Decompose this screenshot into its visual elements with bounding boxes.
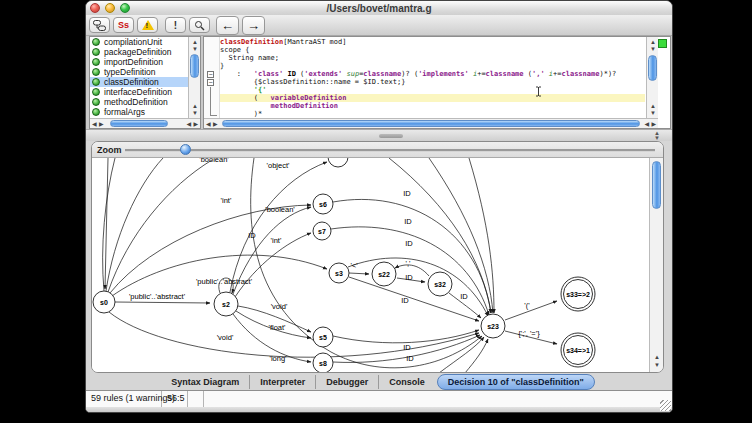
editor-horizontal-scrollbar[interactable]: ◀ ▶ ◀ ▶ — [204, 118, 658, 128]
find-button[interactable] — [189, 17, 210, 33]
syntax-diagram-button[interactable] — [89, 17, 110, 33]
scroll-thumb[interactable] — [222, 120, 640, 127]
fold-guide-line — [210, 87, 217, 116]
scroll-down-icon[interactable]: ▼ — [192, 46, 198, 52]
rule-icon — [92, 88, 100, 96]
tab-decision-10-of-classdefinition-[interactable]: Decision 10 of "classDefinition" — [437, 374, 595, 390]
scroll-down-icon[interactable]: ▼ — [650, 46, 656, 52]
tab-debugger[interactable]: Debugger — [315, 375, 378, 389]
editor-pane[interactable]: − − classDefinition[MantraAST mod]scope … — [203, 36, 671, 129]
warnings-button[interactable]: ! — [137, 17, 158, 33]
rule-icon — [92, 48, 100, 56]
rules-list-item[interactable]: typeDefinition — [90, 67, 188, 77]
decision-graph-panel: Zoom 'public'..'abstract''public'..'abst… — [91, 141, 664, 373]
zoom-slider-thumb[interactable] — [180, 144, 191, 155]
fold-minus-icon[interactable]: − — [207, 79, 214, 86]
warning-icon: ! — [142, 20, 154, 30]
search-icon — [194, 20, 205, 31]
rules-list[interactable]: compilationUnitpackageDefinitionimportDe… — [90, 37, 188, 118]
scroll-down-icon[interactable]: ▼ — [654, 362, 660, 368]
scroll-left-icon[interactable]: ◀ — [92, 121, 97, 127]
app-window: /Users/bovet/mantra.g Ss ! ! ← — [85, 0, 673, 413]
resize-grip-icon[interactable] — [660, 400, 671, 411]
graph-edge — [505, 301, 557, 320]
graph-edge — [108, 160, 212, 292]
scroll-up-icon[interactable]: ▲ — [650, 39, 656, 45]
rules-list-item[interactable]: interfaceDefinition — [90, 87, 188, 97]
scroll-right-icon[interactable]: ▶ — [651, 121, 656, 127]
graph-edge — [465, 339, 488, 372]
debug-button[interactable]: ! — [165, 17, 186, 33]
rule-label: importDefinition — [104, 57, 163, 67]
rule-label: typeDefinition — [104, 67, 156, 77]
scroll-up-icon[interactable]: ▲ — [192, 39, 198, 45]
back-button[interactable]: ← — [216, 16, 239, 35]
scroll-right-icon[interactable]: ▶ — [193, 121, 198, 127]
tab-syntax-diagram[interactable]: Syntax Diagram — [161, 375, 249, 389]
graph-edge-label: 'long' — [269, 354, 287, 363]
rules-horizontal-scrollbar[interactable]: ◀ ▶ ◀ ▶ — [90, 118, 200, 128]
graph-state-label: s2 — [222, 301, 230, 308]
graph-edge — [348, 258, 488, 316]
scroll-thumb[interactable] — [652, 161, 661, 209]
debug-icon: ! — [174, 20, 177, 31]
scroll-thumb[interactable] — [190, 54, 199, 78]
scroll-left-icon[interactable]: ◀ — [644, 121, 649, 127]
toolbar: Ss ! ! ← → — [86, 15, 672, 36]
title-bar[interactable]: /Users/bovet/mantra.g — [86, 1, 672, 15]
scroll-thumb[interactable] — [648, 55, 657, 81]
check-grammar-button[interactable]: Ss — [113, 17, 134, 33]
graph-edge-label: 'int' — [271, 236, 282, 245]
rules-list-item[interactable]: classDefinition — [90, 77, 188, 87]
graph-vertical-scrollbar[interactable]: ▲ ▼ — [649, 158, 663, 372]
rule-label: methodDefinition — [104, 97, 168, 107]
splitter-collapse-icons[interactable]: ▲▼ — [654, 131, 660, 141]
tab-interpreter[interactable]: Interpreter — [249, 375, 315, 389]
status-cell — [188, 391, 204, 407]
scroll-up-icon[interactable]: ▲ — [654, 354, 660, 360]
rule-icon — [92, 38, 100, 46]
grammar-ok-indicator — [658, 39, 667, 48]
rules-pane: compilationUnitpackageDefinitionimportDe… — [89, 36, 201, 129]
rules-list-item[interactable]: packageDefinition — [90, 47, 188, 57]
rules-list-item[interactable]: importDefinition — [90, 57, 188, 67]
rule-icon — [92, 108, 100, 116]
graph-edge-label: 'boolean' — [265, 205, 295, 214]
editor-vertical-scrollbar[interactable]: ▲ ▼ ▲ ▼ — [646, 37, 658, 118]
rules-list-item[interactable]: formalArgs — [90, 107, 188, 117]
scroll-down-icon[interactable]: ▼ — [192, 110, 198, 116]
scroll-down-icon[interactable]: ▼ — [650, 110, 656, 116]
scroll-thumb[interactable] — [110, 120, 168, 127]
scroll-right-icon[interactable]: ▶ — [213, 121, 218, 127]
zoom-label: Zoom — [97, 145, 122, 155]
scroll-right-icon[interactable]: ▶ — [99, 121, 104, 127]
rules-list-item[interactable]: methodDefinition — [90, 97, 188, 107]
splitter-handle-icon[interactable] — [379, 134, 403, 138]
syntax-diagram-icon — [93, 20, 106, 31]
fold-minus-icon[interactable]: − — [207, 71, 214, 78]
zoom-slider[interactable] — [125, 149, 655, 152]
scroll-left-icon[interactable]: ◀ — [186, 121, 191, 127]
graph-edge-label: ID — [404, 217, 412, 226]
code-lines[interactable]: classDefinition[MantraAST mod]scope { St… — [220, 38, 645, 118]
scroll-up-icon[interactable]: ▲ — [650, 103, 656, 109]
dfa-graph-svg: 'public'..'abstract''public'..'abstract'… — [92, 158, 649, 372]
graph-edge-label: {';', '='} — [518, 329, 540, 338]
rules-list-item[interactable]: compilationUnit — [90, 37, 188, 47]
status-rules-count: 59 rules (1 warnings) — [86, 391, 162, 407]
graph-edge-label: 'float' — [268, 323, 286, 332]
dfa-graph[interactable]: 'public'..'abstract''public'..'abstract'… — [92, 158, 649, 372]
code-line: } — [220, 62, 645, 70]
scroll-up-icon[interactable]: ▲ — [192, 103, 198, 109]
rules-vertical-scrollbar[interactable]: ▲ ▼ ▲ ▼ — [188, 37, 200, 118]
window-bottom-edge — [86, 407, 672, 413]
code-line: scope { — [220, 46, 645, 54]
graph-state-node[interactable] — [328, 158, 348, 167]
code-line: {$classDefinition::name = $ID.text;} — [220, 78, 645, 86]
scroll-left-icon[interactable]: ◀ — [206, 121, 211, 127]
bottom-tab-bar: Syntax DiagramInterpreterDebuggerConsole… — [86, 373, 672, 390]
tab-console[interactable]: Console — [378, 375, 435, 389]
graph-edge-label: 'void' — [271, 302, 288, 311]
forward-button[interactable]: → — [242, 16, 265, 35]
horizontal-splitter[interactable]: ▲▼ — [86, 129, 672, 141]
